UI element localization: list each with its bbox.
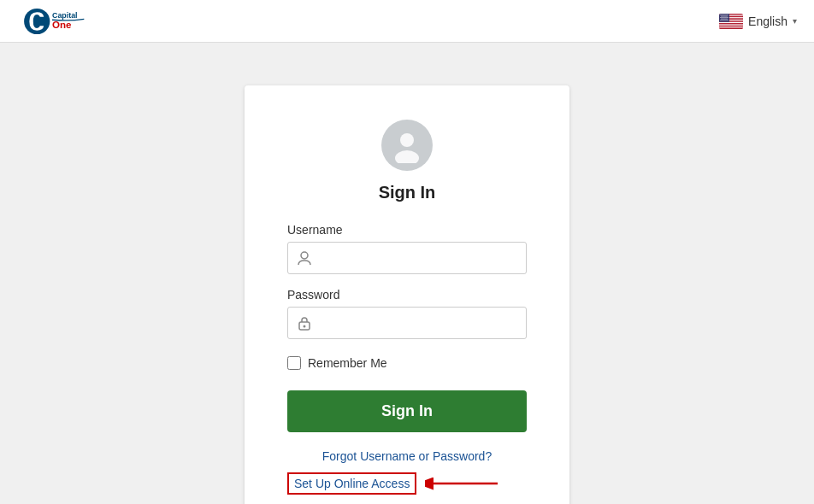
remember-me-label: Remember Me	[308, 356, 387, 370]
svg-point-40	[400, 133, 414, 147]
username-group: Username	[287, 223, 527, 274]
svg-point-36	[722, 19, 723, 20]
username-label: Username	[287, 223, 527, 237]
svg-point-32	[723, 18, 723, 19]
svg-point-22	[721, 15, 722, 16]
svg-rect-12	[719, 24, 743, 25]
sign-in-title: Sign In	[379, 183, 436, 202]
main-content: Sign In Username Password	[0, 43, 814, 504]
language-label: English	[748, 15, 787, 28]
password-input[interactable]	[321, 308, 526, 338]
logo-container: Capital One	[17, 8, 128, 35]
user-icon	[288, 250, 321, 266]
svg-text:One: One	[52, 20, 72, 30]
svg-text:Capital: Capital	[52, 11, 78, 20]
capital-one-logo: Capital One	[17, 8, 128, 35]
password-input-wrapper	[287, 307, 527, 339]
user-avatar-icon	[389, 127, 425, 163]
svg-point-19	[723, 14, 724, 15]
remember-me-row: Remember Me	[287, 356, 527, 370]
svg-point-28	[723, 16, 724, 17]
username-input[interactable]	[321, 243, 526, 273]
avatar	[381, 120, 433, 171]
setup-link-container: Set Up Online Access	[287, 472, 527, 495]
svg-rect-11	[719, 23, 743, 24]
svg-point-39	[727, 19, 728, 20]
svg-point-30	[727, 16, 728, 17]
flag-icon	[719, 14, 743, 29]
lock-icon	[288, 315, 321, 331]
avatar-container	[381, 120, 433, 171]
chevron-down-icon: ▾	[793, 16, 797, 26]
red-arrow-icon	[425, 472, 502, 495]
svg-point-17	[720, 14, 721, 15]
svg-point-24	[724, 15, 725, 16]
svg-point-34	[726, 18, 727, 19]
svg-point-35	[720, 19, 721, 20]
svg-point-23	[723, 15, 723, 16]
setup-online-access-link[interactable]: Set Up Online Access	[294, 477, 410, 490]
arrow-annotation	[425, 472, 502, 495]
setup-link-highlight-box: Set Up Online Access	[287, 472, 416, 495]
forgot-link[interactable]: Forgot Username or Password?	[322, 449, 492, 463]
sign-in-button[interactable]: Sign In	[287, 390, 527, 432]
svg-point-25	[726, 15, 727, 16]
remember-me-checkbox[interactable]	[287, 356, 301, 370]
password-label: Password	[287, 288, 527, 302]
language-selector[interactable]: English ▾	[719, 14, 797, 29]
svg-point-38	[725, 19, 726, 20]
svg-point-26	[720, 16, 721, 17]
svg-rect-15	[719, 27, 743, 28]
svg-point-29	[725, 16, 726, 17]
svg-point-42	[301, 252, 308, 259]
svg-rect-10	[719, 21, 743, 22]
svg-rect-14	[719, 26, 743, 27]
svg-point-31	[721, 18, 722, 19]
svg-point-21	[727, 14, 728, 15]
svg-point-37	[723, 19, 724, 20]
username-input-wrapper	[287, 242, 527, 274]
svg-point-44	[304, 325, 306, 328]
svg-point-27	[722, 16, 723, 17]
svg-point-18	[722, 14, 723, 15]
svg-rect-13	[719, 25, 743, 26]
app-header: Capital One	[0, 0, 814, 43]
svg-point-41	[395, 150, 419, 163]
login-card: Sign In Username Password	[245, 85, 569, 504]
password-group: Password	[287, 288, 527, 339]
svg-point-33	[724, 18, 725, 19]
svg-point-20	[725, 14, 726, 15]
